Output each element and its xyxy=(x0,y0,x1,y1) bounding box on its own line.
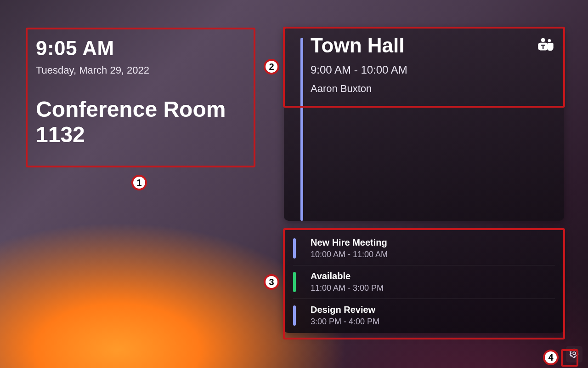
upcoming-title: Available xyxy=(311,271,546,282)
status-chip-busy xyxy=(293,238,296,259)
room-name: Conference Room 1132 xyxy=(36,97,245,147)
upcoming-time: 10:00 AM - 11:00 AM xyxy=(311,250,555,259)
annotation-number-3: 3 xyxy=(264,274,279,290)
current-time: 9:05 AM xyxy=(36,37,245,60)
upcoming-item[interactable]: Available 11:00 AM - 3:00 PM xyxy=(293,265,555,299)
teams-icon xyxy=(537,38,555,52)
current-date: Tuesday, March 29, 2022 xyxy=(36,64,245,76)
annotation-number-2: 2 xyxy=(264,59,279,75)
svg-point-5 xyxy=(573,352,576,355)
annotation-number-1: 1 xyxy=(131,175,147,190)
room-info-card: 9:05 AM Tuesday, March 29, 2022 Conferen… xyxy=(26,28,255,166)
upcoming-time: 3:00 PM - 4:00 PM xyxy=(311,317,546,327)
svg-point-1 xyxy=(548,39,551,42)
current-meeting-card[interactable]: Town Hall 9:00 AM - 10:00 AM Aaron Buxto… xyxy=(284,28,564,221)
settings-button[interactable] xyxy=(566,346,582,362)
status-chip-busy xyxy=(293,305,296,326)
current-meeting-organizer: Aaron Buxton xyxy=(311,83,532,95)
annotation-number-4: 4 xyxy=(543,350,559,365)
gear-icon xyxy=(569,348,579,360)
current-meeting-accent-bar xyxy=(300,38,303,221)
current-meeting-content: Town Hall 9:00 AM - 10:00 AM Aaron Buxto… xyxy=(311,34,532,95)
status-chip-free xyxy=(293,272,296,292)
svg-point-0 xyxy=(541,38,545,42)
upcoming-list: New Hire Meeting 10:00 AM - 11:00 AM Ava… xyxy=(284,229,564,333)
calendar-column: Town Hall 9:00 AM - 10:00 AM Aaron Buxto… xyxy=(284,28,564,221)
upcoming-item[interactable]: New Hire Meeting 10:00 AM - 11:00 AM xyxy=(284,232,564,265)
upcoming-title: Design Review xyxy=(311,305,546,315)
upcoming-title: New Hire Meeting xyxy=(311,237,555,248)
current-meeting-title: Town Hall xyxy=(311,34,532,57)
current-meeting-time: 9:00 AM - 10:00 AM xyxy=(311,63,532,76)
svg-rect-4 xyxy=(543,45,544,49)
upcoming-time: 11:00 AM - 3:00 PM xyxy=(311,283,546,293)
upcoming-item[interactable]: Design Review 3:00 PM - 4:00 PM xyxy=(293,299,555,332)
